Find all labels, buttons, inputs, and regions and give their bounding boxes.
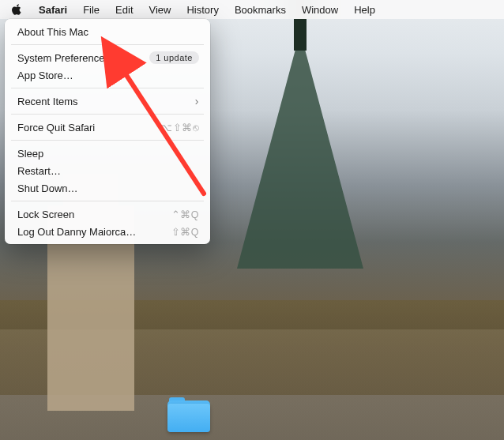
- menubar-file[interactable]: File: [75, 0, 107, 19]
- menu-label: App Store…: [17, 70, 73, 81]
- menu-label: Restart…: [17, 165, 61, 177]
- menu-recent-items[interactable]: Recent Items ›: [5, 92, 210, 110]
- menu-separator: [11, 88, 204, 88]
- menu-label: About This Mac: [17, 26, 88, 38]
- menu-log-out[interactable]: Log Out Danny Maiorca… ⇧⌘Q: [5, 223, 210, 240]
- desktop-folder-icon[interactable]: [166, 397, 212, 434]
- menu-label: System Preferences…: [17, 52, 120, 64]
- menu-separator: [11, 140, 204, 141]
- menu-label: Lock Screen: [17, 209, 74, 220]
- menu-label: Recent Items: [17, 96, 78, 107]
- menubar-edit[interactable]: Edit: [107, 0, 141, 19]
- menu-shortcut: ⇧⌘Q: [171, 226, 199, 238]
- menu-label: Sleep: [17, 148, 43, 160]
- menu-label: Force Quit Safari: [17, 122, 95, 134]
- menu-separator: [11, 201, 204, 201]
- menubar-bookmarks[interactable]: Bookmarks: [227, 0, 294, 19]
- menubar-view[interactable]: View: [141, 0, 179, 19]
- menu-label: Log Out Danny Maiorca…: [17, 226, 136, 238]
- menubar-app-name[interactable]: Safari: [31, 0, 75, 19]
- menu-restart[interactable]: Restart…: [5, 162, 210, 179]
- menu-separator: [11, 114, 204, 115]
- menubar-window[interactable]: Window: [294, 0, 346, 19]
- apple-menu[interactable]: [11, 0, 31, 19]
- menu-shortcut: ⌃⌘Q: [171, 209, 199, 220]
- apple-menu-dropdown: About This Mac System Preferences… 1 upd…: [5, 19, 210, 244]
- menubar-help[interactable]: Help: [346, 0, 383, 19]
- menu-label: Shut Down…: [17, 182, 78, 194]
- menu-app-store[interactable]: App Store…: [5, 66, 210, 84]
- menu-force-quit[interactable]: Force Quit Safari ⌥⇧⌘⎋: [5, 118, 210, 136]
- update-badge: 1 update: [149, 51, 199, 64]
- menu-shut-down[interactable]: Shut Down…: [5, 179, 210, 197]
- menubar-history[interactable]: History: [179, 0, 226, 19]
- chevron-right-icon: ›: [195, 95, 199, 107]
- menu-separator: [11, 44, 204, 45]
- apple-logo-icon: [11, 3, 22, 16]
- menu-lock-screen[interactable]: Lock Screen ⌃⌘Q: [5, 205, 210, 223]
- menu-bar: Safari File Edit View History Bookmarks …: [0, 0, 504, 19]
- menu-shortcut: ⌥⇧⌘⎋: [160, 122, 199, 134]
- menu-sleep[interactable]: Sleep: [5, 145, 210, 162]
- menu-system-preferences[interactable]: System Preferences… 1 update: [5, 49, 210, 66]
- menu-about-this-mac[interactable]: About This Mac: [5, 23, 210, 40]
